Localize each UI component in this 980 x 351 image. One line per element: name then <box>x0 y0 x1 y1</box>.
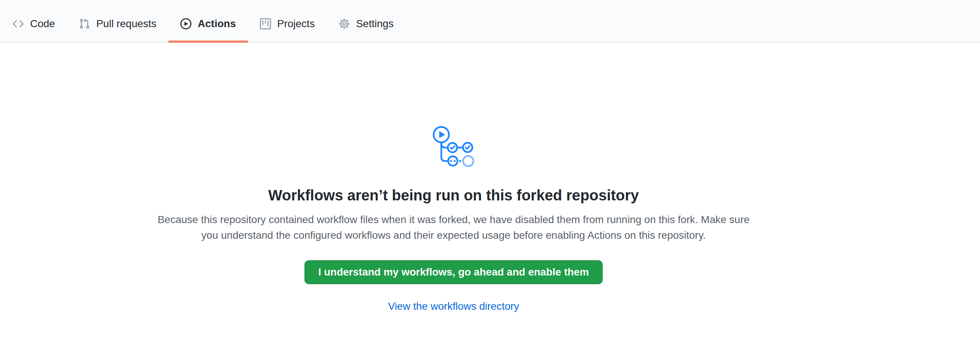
code-icon <box>13 18 24 29</box>
gear-icon <box>339 18 350 29</box>
blankslate-description: Because this repository contained workfl… <box>156 212 751 243</box>
actions-blankslate: Workflows aren’t being run on this forke… <box>0 43 907 312</box>
tab-label: Projects <box>277 19 315 29</box>
tab-projects[interactable]: Projects <box>248 0 327 43</box>
tab-label: Code <box>30 19 55 29</box>
tab-pull-requests[interactable]: Pull requests <box>67 0 169 43</box>
page-title: Workflows aren’t being run on this forke… <box>268 186 639 205</box>
view-workflows-directory-link[interactable]: View the workflows directory <box>388 300 519 312</box>
project-icon <box>260 18 271 29</box>
git-pull-request-icon <box>79 18 90 29</box>
tab-label: Actions <box>198 19 236 29</box>
tab-actions[interactable]: Actions <box>169 0 248 43</box>
enable-workflows-button[interactable]: I understand my workflows, go ahead and … <box>304 260 603 284</box>
play-circle-icon <box>180 18 191 29</box>
tab-label: Settings <box>356 19 394 29</box>
tab-label: Pull requests <box>96 19 156 29</box>
actions-workflow-icon <box>433 126 474 167</box>
tab-code[interactable]: Code <box>1 0 67 43</box>
repo-tab-nav: Code Pull requests Actions Projects <box>0 0 980 43</box>
tab-settings[interactable]: Settings <box>327 0 406 43</box>
